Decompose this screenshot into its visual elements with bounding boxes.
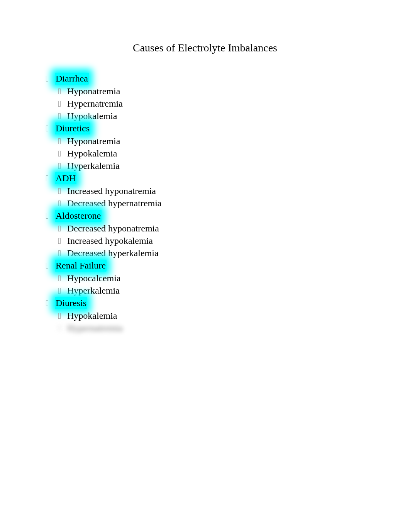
sub-item-label: Hypernatremia (67, 322, 123, 334)
bullet-icon:  (58, 197, 67, 209)
bullet-icon:  (58, 148, 67, 160)
bullet-icon:  (46, 260, 55, 272)
list-item: Hyponatremia (58, 135, 410, 147)
bullet-icon:  (58, 235, 67, 247)
bullet-icon:  (46, 73, 55, 85)
list-item: Hypocalcemia (58, 272, 410, 284)
bullet-icon:  (58, 160, 67, 172)
bullet-icon:  (46, 122, 55, 134)
bullet-icon:  (58, 272, 67, 284)
bullet-icon:  (58, 85, 67, 97)
sub-item-label: Hyponatremia (67, 85, 120, 97)
bullet-icon:  (46, 297, 55, 309)
sub-item-label: Hypokalemia (67, 148, 117, 160)
section-heading: Diuresis (55, 297, 87, 309)
list-item: Aldosterone (46, 210, 410, 222)
list-item: Renal Failure (46, 260, 410, 272)
list-item: Hyperkalemia (58, 160, 410, 172)
page-title: Causes of Electrolyte Imbalances (0, 42, 410, 54)
list-item: Decreased hyponatremia (58, 223, 410, 235)
section-heading: Diuretics (55, 122, 90, 134)
bullet-icon:  (58, 98, 67, 110)
sub-item-label: Decreased hypernatremia (67, 197, 162, 209)
list-item: Decreased hypernatremia (58, 197, 410, 209)
list-item: Decreased hyperkalemia (58, 247, 410, 259)
bullet-icon:  (58, 110, 67, 122)
bullet-icon:  (58, 135, 67, 147)
list-item: Diarrhea (46, 73, 410, 85)
sub-item-label: Decreased hyponatremia (67, 223, 159, 235)
list-item: Hyperkalemia (58, 285, 410, 297)
sub-list: HypokalemiaHypernatremia (46, 310, 410, 334)
list-item: Hypokalemia (58, 110, 410, 122)
bullet-icon:  (46, 172, 55, 184)
sub-item-label: Hypokalemia (67, 310, 117, 322)
bullet-icon:  (58, 185, 67, 197)
sub-list: Increased hyponatremiaDecreased hypern… (46, 185, 410, 209)
list-item: Diuretics (46, 122, 410, 134)
list-item: Diuresis (46, 297, 410, 309)
sub-list: Decreased hyponatremiaIncreased hypoka… (46, 223, 410, 259)
section-heading: Aldosterone (55, 210, 102, 222)
bullet-icon:  (46, 210, 55, 222)
sub-item-label: Hypokalemia (67, 110, 117, 122)
section-heading: Renal Failure (55, 260, 107, 272)
bullet-icon:  (58, 285, 67, 297)
list-item: Hyponatremia (58, 85, 410, 97)
sub-list: HypocalcemiaHyperkalemia (46, 272, 410, 297)
list-item: Hypernatremia (58, 98, 410, 110)
sub-item-label: Hyponatremia (67, 135, 120, 147)
list-item: ADH (46, 172, 410, 184)
sub-item-label: Increased hypokalemia (67, 235, 153, 247)
sub-item-label: Decreased hyperkalemia (67, 247, 159, 259)
outline-content: DiarrheaHyponatremiaHypernatremiaHyp… (0, 73, 410, 334)
section-heading: Diarrhea (55, 73, 89, 85)
bullet-icon:  (58, 223, 67, 235)
sub-item-label: Hyperkalemia (67, 285, 120, 297)
list-item: Increased hyponatremia (58, 185, 410, 197)
bullet-icon:  (58, 310, 67, 322)
sub-item-label: Hypernatremia (67, 98, 123, 110)
sub-item-label: Hyperkalemia (67, 160, 120, 172)
sub-list: HyponatremiaHypernatremiaHypokalemia (46, 85, 410, 122)
section-heading: ADH (55, 172, 76, 184)
list-item: Increased hypokalemia (58, 235, 410, 247)
sub-item-label: Increased hyponatremia (67, 185, 156, 197)
bullet-icon:  (58, 247, 67, 259)
list-item: Hypernatremia (58, 322, 410, 334)
list-item: Hypokalemia (58, 148, 410, 160)
bullet-icon:  (58, 322, 67, 334)
sub-list: HyponatremiaHypokalemiaHyperkalemia (46, 135, 410, 172)
list-item: Hypokalemia (58, 310, 410, 322)
sub-item-label: Hypocalcemia (67, 272, 121, 284)
